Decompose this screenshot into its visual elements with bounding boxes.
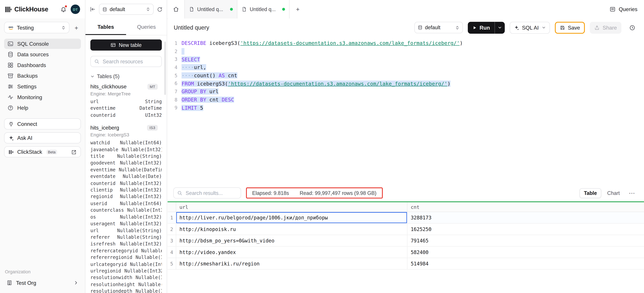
tables-group-header[interactable]: Tables (5) [90,74,162,79]
organization-item[interactable]: Test Org [4,276,81,289]
column-header-index[interactable] [168,202,176,212]
results-menu-button[interactable]: ⋯ [626,190,638,196]
column-name: goodevent [90,160,116,167]
cell-cnt[interactable]: 514984 [408,258,644,269]
results-search-input[interactable] [185,190,238,196]
column-name: resolutionwidth [90,275,132,281]
cell-url[interactable]: http://video.yandex [176,247,408,258]
line-number: 3 [168,57,182,62]
code-line: 8ORDER BY cnt DESC [168,96,644,104]
notifications-button[interactable] [60,6,67,13]
nav-item-dashboards[interactable]: Dashboards [4,60,81,70]
database-selector-value: default [110,7,125,12]
table-row[interactable]: 1http://liver.ru/belgorod/page/1006.jки/… [168,212,644,223]
query-title[interactable]: Untitled query [174,24,209,31]
action-label: Ask AI [17,135,32,141]
code-token-id: icebergS3 [206,40,237,46]
table-name-row[interactable]: hits_clickhouseMT [90,84,162,90]
column-name: os [90,214,96,221]
code-line-content: DESCRIBE icebergS3('https://datasets-doc… [182,40,463,46]
cell-cnt[interactable]: 791465 [408,235,644,246]
query-tab-1[interactable]: Untitled q... [184,0,237,19]
column-type: Nullable(Date) [123,174,162,180]
ask-ai-button[interactable]: Ask AI [4,132,81,143]
table-row[interactable]: 4http://video.yandex582400 [168,247,644,258]
view-table-button[interactable]: Table [579,188,601,198]
cell-url[interactable]: http://kinopoisk.ru [176,224,408,235]
nav-item-backups[interactable]: Backups [4,71,81,81]
resources-search-input[interactable] [102,58,158,65]
run-options-button[interactable] [494,22,505,34]
code-line: 9LIMIT 5 [168,104,644,112]
tab-queries[interactable]: Queries [126,19,167,35]
column-row: isrefreshNullable(Int32) [90,241,162,248]
run-button[interactable]: Run [468,22,494,34]
share-button[interactable]: Share [590,22,622,34]
svg-text:aws: aws [8,26,13,28]
add-service-button[interactable]: + [72,23,81,32]
nav-item-monitoring[interactable]: Monitoring [4,92,81,102]
resources-scrollbar[interactable] [164,42,166,95]
sql-ai-button[interactable]: SQL AI [510,22,550,34]
results-grid-body: 1http://liver.ru/belgorod/page/1006.jки/… [168,212,644,269]
table-name-row[interactable]: hits_icebergIS3 [90,125,162,131]
results-grid-header: url cnt [168,202,644,212]
table-row[interactable]: 2http://kinopoisk.ru1625250 [168,224,644,235]
doc-icon [242,7,247,12]
avatar[interactable]: DT [71,5,80,14]
brand[interactable]: ClickHouse [5,6,48,13]
code-line: 5····count() AS cnt [168,71,644,80]
updown-icon [146,7,150,12]
tab-tables[interactable]: Tables [86,19,126,35]
line-number: 7 [168,89,182,94]
line-number: 5 [168,73,182,78]
column-name: url [90,99,99,105]
queries-button[interactable]: Queries [603,0,644,19]
connect-button[interactable]: Connect [4,118,81,130]
table-item-hits-clickhouse: hits_clickhouseMTEngine: MergeTreeurlStr… [90,84,162,119]
clickstack-button[interactable]: ClickStackBeta [4,146,81,157]
view-toggle: Table Chart ⋯ [579,188,638,198]
nav-item-help[interactable]: Help [4,103,81,113]
column-type: Nullable(In [136,288,162,293]
table-row[interactable]: 5http://smeshariki.ru/region514984 [168,258,644,269]
nav-item-data-sources[interactable]: Data sources [4,49,81,60]
new-table-button[interactable]: New table [90,40,162,51]
nav-item-label: Dashboards [17,62,46,68]
query-tab-2[interactable]: Untitled q... [237,0,290,19]
nav-item-settings[interactable]: Settings [4,81,81,92]
cell-cnt[interactable]: 582400 [408,247,644,258]
code-line-content: GROUP BY url [182,89,218,95]
cell-cnt[interactable]: 1625250 [408,224,644,235]
top-bar: ClickHouse DT default Unti [0,0,644,19]
column-name: title [90,153,104,160]
cell-url[interactable]: http://bdsm_po_yers=0&with_video [176,235,408,246]
home-button[interactable] [167,0,184,19]
column-type: Nullable(DateTime6 [119,167,162,174]
column-header-url[interactable]: url [176,202,408,212]
nav-item-sql-console[interactable]: SQL Console [4,39,81,49]
sql-editor[interactable]: 1DESCRIBE icebergS3('https://datasets-do… [168,39,644,112]
cell-cnt[interactable]: 3288173 [408,212,644,223]
table-row[interactable]: 3http://bdsm_po_yers=0&with_video791465 [168,235,644,246]
column-row: regionidNullable(Int32) [90,194,162,200]
query-history-button[interactable] [626,22,638,33]
external-link-icon [71,149,77,155]
column-header-cnt[interactable]: cnt [408,202,644,212]
cell-url[interactable]: http://liver.ru/belgorod/page/1006.jки/д… [176,212,408,223]
service-selector[interactable]: aws Testing [4,22,69,33]
view-chart-button[interactable]: Chart [603,188,624,198]
row-index: 3 [168,235,176,246]
new-tab-button[interactable]: + [290,0,306,19]
cell-url[interactable]: http://smeshariki.ru/region [176,258,408,269]
save-button[interactable]: Save [555,22,585,34]
database-selector[interactable]: default [99,4,154,15]
collapse-sidebar-icon[interactable] [90,6,96,13]
row-index: 5 [168,258,176,269]
refresh-icon[interactable] [157,7,163,12]
topbar-user-icons: DT [60,5,80,14]
code-line-content: SELECT [182,56,200,62]
code-line-content: LIMIT 5 [182,105,203,111]
column-row: watchidNullable(Int64) [90,140,162,147]
editor-database-selector[interactable]: default [414,22,463,33]
